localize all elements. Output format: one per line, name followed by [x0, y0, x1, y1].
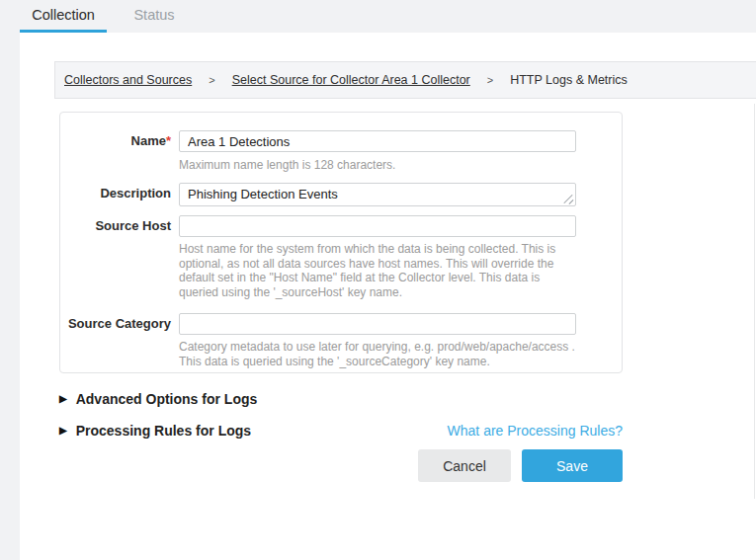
name-input[interactable]: [179, 130, 576, 152]
breadcrumb-link-collectors-and-sources[interactable]: Collectors and Sources: [64, 73, 192, 87]
collapse-arrow-icon: ▶: [59, 426, 67, 436]
active-tab-indicator: [20, 30, 107, 33]
collapse-arrow-icon: ▶: [59, 394, 67, 404]
description-textarea[interactable]: Phishing Detection Events: [179, 183, 576, 206]
description-label: Description: [60, 186, 171, 201]
breadcrumb-separator: >: [209, 74, 214, 86]
description-field-wrap: Phishing Detection Events: [179, 183, 576, 206]
breadcrumb-current-page: HTTP Logs & Metrics: [510, 73, 628, 87]
left-gutter: [0, 33, 20, 560]
cancel-button[interactable]: Cancel: [418, 449, 511, 482]
breadcrumb: Collectors and Sources > Select Source f…: [54, 61, 756, 99]
tab-status-label: Status: [133, 7, 174, 23]
page: Collection Status Collectors and Sources…: [0, 0, 756, 560]
processing-rules-help-link[interactable]: What are Processing Rules?: [447, 423, 623, 439]
source-host-label: Source Host: [60, 218, 171, 234]
required-asterisk: *: [166, 133, 171, 148]
tab-collection[interactable]: Collection: [20, 0, 107, 30]
source-category-label: Source Category: [60, 316, 171, 332]
source-host-helper-text: Host name for the system from which the …: [179, 242, 576, 299]
right-edge-divider: [754, 104, 755, 499]
tab-bar: Collection Status: [0, 0, 756, 33]
breadcrumb-link-select-source[interactable]: Select Source for Collector Area 1 Colle…: [232, 73, 470, 87]
processing-rules-section-toggle[interactable]: ▶ Processing Rules for Logs: [59, 423, 251, 439]
tab-collection-label: Collection: [32, 7, 95, 23]
name-label: Name*: [60, 133, 171, 149]
source-category-helper-text: Category metadata to use later for query…: [179, 340, 576, 368]
source-category-input[interactable]: [179, 313, 576, 335]
advanced-options-section-toggle[interactable]: ▶ Advanced Options for Logs: [59, 391, 257, 407]
source-host-input[interactable]: [179, 215, 576, 237]
save-button[interactable]: Save: [522, 449, 623, 482]
advanced-options-label: Advanced Options for Logs: [76, 391, 258, 407]
tab-status[interactable]: Status: [125, 0, 184, 30]
name-helper-text: Maximum name length is 128 characters.: [179, 158, 576, 173]
source-config-form: Name* Maximum name length is 128 charact…: [59, 112, 623, 373]
processing-rules-label: Processing Rules for Logs: [76, 423, 251, 439]
breadcrumb-separator: >: [487, 74, 493, 86]
